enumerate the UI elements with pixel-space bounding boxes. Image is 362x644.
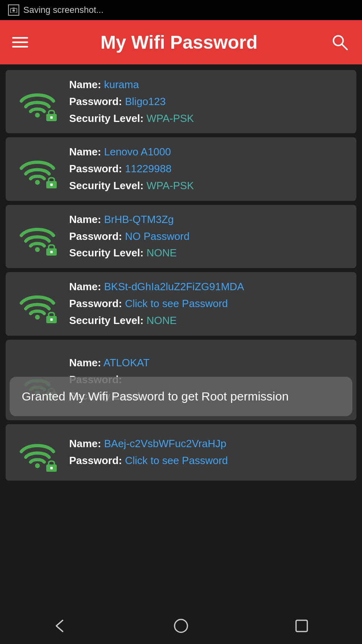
status-bar-text: Saving screenshot... [23, 5, 103, 15]
name-label-5: Name: [69, 357, 101, 369]
password-label-3: Password: [69, 230, 122, 242]
card-security-row-4: Security Level: NONE [69, 314, 347, 328]
card-info-6: Name: BAej-c2VsbWFuc2VraHJp Password: Cl… [69, 437, 347, 468]
content-area: Name: kurama Password: Bligo123 Security… [0, 64, 362, 608]
nav-bar [0, 608, 362, 644]
svg-point-20 [35, 463, 40, 468]
security-label-4: Security Level: [69, 314, 144, 326]
svg-rect-24 [296, 620, 307, 632]
card-name-row-6: Name: BAej-c2VsbWFuc2VraHJp [69, 437, 347, 451]
svg-rect-13 [50, 251, 53, 253]
card-5-container: Name: ATLOKAT Password: Security Level: … [6, 340, 356, 420]
password-label-6: Password: [69, 454, 122, 466]
name-label-2: Name: [69, 146, 101, 158]
wifi-icon-wrap-6 [15, 432, 60, 473]
card-info-3: Name: BrHB-QTM3Zg Password: NO Password … [69, 213, 347, 260]
recents-button[interactable] [290, 614, 314, 638]
name-label-6: Name: [69, 438, 101, 450]
wifi-card-4[interactable]: Name: BKSt-dGhIa2luZ2FiZG91MDA Password:… [6, 272, 356, 335]
security-label-3: Security Level: [69, 247, 144, 259]
security-value-4: NONE [146, 314, 177, 326]
wifi-icon-wrap-2 [15, 149, 60, 189]
name-value-3: BrHB-QTM3Zg [104, 213, 174, 225]
svg-point-23 [175, 619, 187, 632]
home-button[interactable] [169, 614, 193, 638]
wifi-card-6[interactable]: Name: BAej-c2VsbWFuc2VraHJp Password: Cl… [6, 424, 356, 481]
password-label-2: Password: [69, 163, 122, 175]
screenshot-icon [8, 4, 19, 16]
security-value-3: NONE [146, 247, 177, 259]
card-password-row-1: Password: Bligo123 [69, 95, 347, 109]
toast-overlay: Granted My Wifi Password to get Root per… [10, 377, 352, 416]
wifi-card-3[interactable]: Name: BrHB-QTM3Zg Password: NO Password … [6, 205, 356, 268]
wifi-icon-wrap-4 [15, 284, 60, 324]
svg-rect-22 [50, 467, 53, 469]
security-label-2: Security Level: [69, 180, 144, 192]
card-password-row-2: Password: 11229988 [69, 162, 347, 176]
name-value-5: ATLOKAT [103, 357, 150, 369]
wifi-icon-wrap-1 [15, 82, 60, 122]
name-value-4: BKSt-dGhIa2luZ2FiZG91MDA [104, 281, 244, 293]
svg-rect-16 [50, 318, 53, 321]
password-value-4: Click to see Password [125, 297, 228, 310]
card-info-1: Name: kurama Password: Bligo123 Security… [69, 78, 347, 125]
svg-point-11 [35, 247, 40, 252]
svg-rect-7 [50, 116, 53, 119]
svg-point-5 [35, 113, 40, 118]
lock-icon-3 [44, 242, 59, 256]
card-name-row-2: Name: Lenovo A1000 [69, 145, 347, 159]
security-value-2: WPA-PSK [146, 180, 194, 192]
security-value-1: WPA-PSK [146, 112, 194, 124]
card-name-row-1: Name: kurama [69, 78, 347, 92]
card-security-row-3: Security Level: NONE [69, 246, 347, 260]
card-info-4: Name: BKSt-dGhIa2luZ2FiZG91MDA Password:… [69, 280, 347, 327]
back-button[interactable] [48, 614, 72, 638]
lock-icon-6 [44, 458, 59, 473]
password-label-1: Password: [69, 95, 122, 107]
password-value-3: NO Password [125, 230, 189, 242]
card-password-row-3: Password: NO Password [69, 230, 347, 244]
name-label-1: Name: [69, 78, 101, 91]
wifi-icon-wrap-3 [15, 216, 60, 256]
security-label-1: Security Level: [69, 112, 144, 124]
lock-icon-1 [44, 107, 59, 122]
card-password-row-6[interactable]: Password: Click to see Password [69, 454, 347, 468]
card-name-row-5: Name: ATLOKAT [69, 356, 347, 370]
svg-point-1 [12, 9, 15, 12]
card-info-2: Name: Lenovo A1000 Password: 11229988 Se… [69, 145, 347, 192]
svg-point-14 [35, 315, 40, 320]
password-value-1: Bligo123 [125, 95, 166, 107]
password-value-2: 11229988 [125, 163, 172, 175]
name-value-6: BAej-c2VsbWFuc2VraHJp [104, 438, 226, 450]
name-value-1: kurama [104, 78, 139, 91]
app-title: My Wifi Password [101, 31, 258, 53]
name-value-2: Lenovo A1000 [104, 146, 171, 158]
menu-button[interactable] [12, 37, 28, 47]
card-security-row-1: Security Level: WPA-PSK [69, 112, 347, 126]
svg-point-8 [35, 180, 40, 185]
card-name-row-3: Name: BrHB-QTM3Zg [69, 213, 347, 227]
wifi-card-2[interactable]: Name: Lenovo A1000 Password: 11229988 Se… [6, 137, 356, 200]
lock-icon-2 [44, 175, 59, 189]
card-password-row-4[interactable]: Password: Click to see Password [69, 297, 347, 311]
svg-rect-10 [50, 184, 53, 186]
password-label-4: Password: [69, 297, 122, 310]
password-value-6: Click to see Password [125, 454, 228, 466]
name-label-3: Name: [69, 213, 101, 225]
search-button[interactable] [330, 32, 350, 52]
status-bar: Saving screenshot... [0, 0, 362, 20]
toast-text: Granted My Wifi Password to get Root per… [22, 390, 289, 403]
lock-icon-4 [44, 310, 59, 324]
name-label-4: Name: [69, 281, 101, 293]
wifi-card-1[interactable]: Name: kurama Password: Bligo123 Security… [6, 70, 356, 133]
card-name-row-4: Name: BKSt-dGhIa2luZ2FiZG91MDA [69, 280, 347, 294]
svg-line-4 [342, 44, 347, 50]
app-bar: My Wifi Password [0, 20, 362, 64]
svg-rect-2 [12, 8, 15, 8]
card-security-row-2: Security Level: WPA-PSK [69, 179, 347, 193]
